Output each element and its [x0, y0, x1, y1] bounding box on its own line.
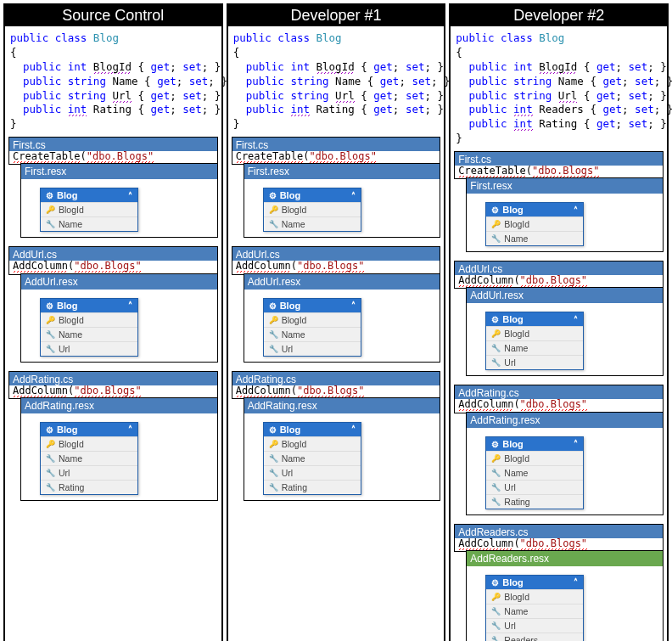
- code-token: ; }: [208, 75, 227, 87]
- code-token: public: [468, 75, 507, 87]
- chevron-up-icon: ˄: [351, 301, 356, 310]
- key-icon: 🔑: [269, 440, 278, 448]
- code-token: [456, 103, 468, 115]
- entity-title: ⚙Blog: [46, 301, 77, 311]
- code-line: public int Readers { get; set; }: [456, 103, 662, 117]
- entity-name: Blog: [502, 577, 523, 588]
- wrench-icon: 🔧: [491, 607, 501, 616]
- key-icon: 🔑: [491, 593, 501, 601]
- migration-cs: AddUrl.csAddColumn("dbo.Blogs": [8, 246, 218, 274]
- code-block: public class Blog{ public int BlogId { g…: [454, 30, 664, 148]
- code-token: set: [406, 103, 425, 115]
- code-token: class: [277, 31, 310, 44]
- column-header: Source Control: [5, 5, 221, 26]
- migration-cs: AddUrl.csAddColumn("dbo.Blogs": [454, 261, 664, 289]
- field-name: Url: [59, 344, 70, 354]
- code-line: public class Blog: [10, 31, 216, 46]
- code-token: Url: [558, 89, 578, 103]
- code-token: ; }: [647, 89, 667, 102]
- entity-field: 🔧Name: [486, 604, 583, 618]
- code-token: {: [577, 89, 596, 102]
- code-token: ; }: [647, 117, 667, 130]
- code-token: {: [132, 60, 151, 73]
- code-line: public string Name { get; set; }: [456, 75, 662, 89]
- code-token: set: [182, 103, 202, 115]
- field-name: Name: [504, 233, 528, 244]
- code-token: get: [373, 89, 393, 102]
- code-token: [456, 60, 468, 73]
- call-name: CreateTable: [13, 150, 80, 163]
- key-icon: 🔑: [46, 316, 55, 324]
- code-token: set: [406, 89, 425, 102]
- entity-title: ⚙Blog: [46, 190, 77, 200]
- entity-title: ⚙Blog: [269, 190, 300, 200]
- call-name: AddColumn: [236, 385, 291, 397]
- wrench-icon: 🔧: [491, 483, 501, 492]
- field-name: Name: [504, 468, 528, 478]
- column: Developer #1public class Blog{ public in…: [227, 3, 446, 641]
- wrench-icon: 🔧: [46, 454, 55, 463]
- code-line: public class Blog: [456, 31, 662, 46]
- code-token: get: [157, 75, 176, 87]
- code-token: [456, 75, 468, 87]
- code-line: public string Url { get; set; }: [10, 89, 216, 104]
- resx-filename: First.resx: [244, 164, 440, 179]
- code-token: ;: [616, 117, 629, 130]
- code-line: public string Name { get; set; }: [10, 75, 216, 89]
- code-line: public int Rating { get; set; }: [233, 103, 440, 117]
- code-token: Readers {: [533, 103, 603, 115]
- wrench-icon: 🔧: [46, 469, 55, 477]
- field-name: Name: [282, 453, 305, 464]
- migration-cs-filename: AddUrl.cs: [232, 247, 440, 261]
- field-name: BlogId: [59, 205, 84, 215]
- code-token: [233, 60, 246, 73]
- entity-header: ⚙Blog˄: [264, 423, 361, 436]
- code-token: ;: [399, 75, 412, 87]
- code-token: int: [513, 117, 533, 131]
- code-token: get: [373, 103, 393, 115]
- entity-field: 🔑BlogId: [264, 436, 361, 451]
- code-token: Rating {: [310, 103, 373, 115]
- code-token: string: [513, 89, 552, 102]
- resx-filename: First.resx: [21, 164, 217, 179]
- migration-group: AddRating.csAddColumn("dbo.Blogs"AddRati…: [232, 371, 441, 506]
- entity-field: 🔧Name: [41, 327, 137, 341]
- code-token: [507, 117, 514, 130]
- resx-filename: AddRating.resx: [244, 398, 440, 413]
- code-token: [87, 60, 93, 73]
- resx-body: ⚙Blog˄🔑BlogId🔧Name: [467, 194, 663, 251]
- code-token: [61, 60, 68, 73]
- code-token: string: [290, 89, 328, 102]
- code-token: ;: [616, 60, 629, 73]
- entity-field: 🔧Url: [41, 341, 137, 356]
- code-token: string: [290, 75, 328, 87]
- code-token: get: [602, 103, 622, 115]
- migration-cs-filename: First.cs: [9, 138, 217, 151]
- code-token: {: [233, 46, 240, 59]
- entity-field: 🔑BlogId: [41, 436, 137, 451]
- code-token: set: [189, 75, 209, 87]
- code-line: {: [456, 46, 662, 60]
- code-token: ; }: [202, 103, 221, 115]
- code-token: [507, 89, 514, 102]
- call-arg: "dbo.Blogs": [532, 165, 599, 177]
- code-token: ;: [393, 60, 406, 73]
- code-token: Name {: [552, 75, 602, 87]
- resx-body: ⚙Blog˄🔑BlogId🔧Name: [244, 179, 440, 237]
- field-name: BlogId: [59, 439, 84, 449]
- migration-cs-filename: AddReaders.cs: [455, 525, 663, 538]
- migration-cs-filename: AddUrl.cs: [455, 261, 663, 275]
- entity-field: 🔑BlogId: [486, 451, 583, 465]
- migration-resx: AddRating.resx⚙Blog˄🔑BlogId🔧Name🔧Url🔧Rat…: [466, 412, 664, 515]
- entity-box: ⚙Blog˄🔑BlogId🔧Name🔧Url🔧Rating: [485, 436, 584, 509]
- code-token: public: [23, 60, 61, 73]
- migration-snippet: AddColumn("dbo.Blogs": [232, 385, 440, 398]
- entity-icon: ⚙: [491, 440, 499, 449]
- code-token: Blog: [93, 31, 119, 44]
- code-token: set: [182, 60, 202, 73]
- entity-title: ⚙Blog: [269, 425, 300, 435]
- code-line: {: [10, 46, 216, 60]
- call-name: AddColumn: [13, 260, 68, 273]
- code-token: int: [68, 103, 87, 116]
- code-token: set: [629, 60, 648, 73]
